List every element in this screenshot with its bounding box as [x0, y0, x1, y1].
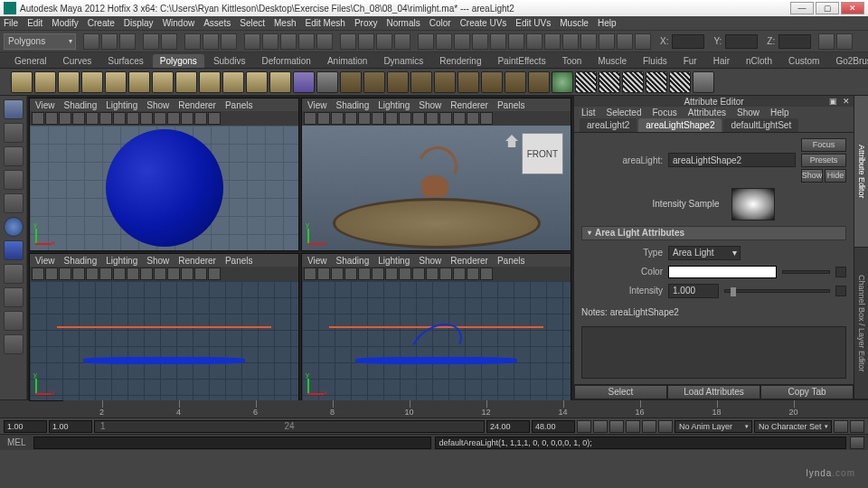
- vp-menu-shading[interactable]: Shading: [336, 256, 370, 266]
- rotate-tool-icon[interactable]: [4, 193, 24, 213]
- sidebar-toggle-icon[interactable]: [836, 33, 853, 50]
- poly-cylinder-icon[interactable]: [58, 71, 80, 93]
- extrude-icon[interactable]: [387, 71, 409, 93]
- vp-tool-icon[interactable]: [194, 112, 207, 125]
- layout-icon[interactable]: [562, 33, 579, 50]
- layout-four-icon[interactable]: [4, 334, 24, 354]
- command-input[interactable]: [33, 436, 431, 449]
- move-tool-icon[interactable]: [4, 170, 24, 190]
- render-settings-icon[interactable]: [394, 33, 410, 50]
- vp-tool-icon[interactable]: [467, 112, 479, 125]
- vp-tool-icon[interactable]: [140, 267, 153, 280]
- vp-tool-icon[interactable]: [154, 267, 166, 280]
- mode-selector[interactable]: Polygons: [4, 33, 76, 50]
- sidebar-toggle-icon[interactable]: [818, 33, 835, 50]
- anim-layer-dropdown[interactable]: No Anim Layer: [675, 420, 752, 433]
- viewport-front[interactable]: View Shading Lighting Show Renderer Pane…: [301, 253, 571, 401]
- vp-menu-lighting[interactable]: Lighting: [106, 100, 137, 110]
- menu-edit-mesh[interactable]: Edit Mesh: [305, 18, 344, 28]
- extract-icon[interactable]: [340, 71, 362, 93]
- select-button[interactable]: Select: [574, 385, 667, 399]
- redo-icon[interactable]: [161, 33, 177, 50]
- vp-menu-panels[interactable]: Panels: [497, 256, 525, 266]
- layout-icon[interactable]: [436, 33, 452, 50]
- vp-tool-icon[interactable]: [344, 267, 357, 280]
- layout-icon[interactable]: [418, 33, 434, 50]
- vp-tool-icon[interactable]: [344, 112, 357, 125]
- vp-menu-panels[interactable]: Panels: [497, 100, 525, 110]
- poly-cube-icon[interactable]: [34, 71, 56, 93]
- range-slider[interactable]: 1 24: [94, 420, 485, 433]
- shelf-tab-animation[interactable]: Animation: [320, 54, 374, 68]
- autokey-icon[interactable]: [834, 420, 848, 433]
- layout-icon[interactable]: [635, 33, 651, 50]
- select-hierarchy-icon[interactable]: [184, 33, 201, 50]
- vp-menu-shading[interactable]: Shading: [64, 256, 98, 266]
- menu-muscle[interactable]: Muscle: [560, 18, 589, 28]
- vp-tool-icon[interactable]: [99, 112, 112, 125]
- layout-icon[interactable]: [472, 33, 488, 50]
- vp-tool-icon[interactable]: [194, 267, 207, 280]
- vp-tool-icon[interactable]: [412, 267, 425, 280]
- vp-tool-icon[interactable]: [72, 267, 85, 280]
- shelf-tab-fluids[interactable]: Fluids: [636, 54, 675, 68]
- intensity-slider[interactable]: [724, 289, 830, 293]
- attr-menu-show[interactable]: Show: [737, 108, 760, 117]
- vp-menu-view[interactable]: View: [35, 256, 55, 266]
- menu-create[interactable]: Create: [88, 18, 115, 28]
- shelf-tab-muscle[interactable]: Muscle: [590, 54, 634, 68]
- vp-tool-icon[interactable]: [181, 112, 193, 125]
- uv-auto-icon[interactable]: [669, 71, 691, 93]
- vp-menu-show[interactable]: Show: [419, 256, 441, 266]
- vp-tool-icon[interactable]: [72, 112, 85, 125]
- vp-tool-icon[interactable]: [399, 112, 411, 125]
- poly-pipe-icon[interactable]: [199, 71, 221, 93]
- vp-tool-icon[interactable]: [453, 112, 466, 125]
- vp-menu-renderer[interactable]: Renderer: [178, 256, 216, 266]
- shelf-tab-curves[interactable]: Curves: [56, 54, 99, 68]
- select-object-icon[interactable]: [203, 33, 219, 50]
- close-panel-icon[interactable]: ✕: [843, 97, 850, 106]
- vp-menu-shading[interactable]: Shading: [336, 100, 370, 110]
- time-slider[interactable]: 2468101214161820: [0, 399, 868, 418]
- vp-tool-icon[interactable]: [467, 267, 479, 280]
- smooth-icon[interactable]: [528, 71, 550, 93]
- maximize-button[interactable]: ▢: [816, 2, 839, 14]
- attr-menu-list[interactable]: List: [581, 108, 596, 117]
- uv-checker-icon[interactable]: [575, 71, 597, 93]
- vp-tool-icon[interactable]: [127, 267, 139, 280]
- vp-menu-lighting[interactable]: Lighting: [378, 100, 410, 110]
- vp-tool-icon[interactable]: [480, 112, 493, 125]
- vp-menu-lighting[interactable]: Lighting: [378, 256, 410, 266]
- shelf-tab-dynamics[interactable]: Dynamics: [376, 54, 430, 68]
- layout-icon[interactable]: [580, 33, 597, 50]
- layout-icon[interactable]: [544, 33, 561, 50]
- layout-icon[interactable]: [526, 33, 542, 50]
- menu-color[interactable]: Color: [429, 18, 451, 28]
- viewcube[interactable]: FRONT: [522, 133, 563, 174]
- snap-grid-icon[interactable]: [244, 33, 260, 50]
- vp-menu-shading[interactable]: Shading: [64, 100, 98, 110]
- menu-select[interactable]: Select: [240, 18, 265, 28]
- snap-live-icon[interactable]: [316, 33, 333, 50]
- poly-cone-icon[interactable]: [81, 71, 103, 93]
- menu-display[interactable]: Display: [124, 18, 154, 28]
- vp-menu-view[interactable]: View: [35, 100, 55, 110]
- append-icon[interactable]: [434, 71, 456, 93]
- minimize-button[interactable]: —: [790, 2, 814, 14]
- poly-prism-icon[interactable]: [152, 71, 174, 93]
- step-back-icon[interactable]: [593, 420, 608, 433]
- shelf-tab-go2brush[interactable]: Go2Brush: [828, 54, 868, 68]
- vp-tool-icon[interactable]: [167, 112, 180, 125]
- sculpt-icon[interactable]: [552, 71, 573, 93]
- vp-tool-icon[interactable]: [399, 267, 411, 280]
- vp-tool-icon[interactable]: [358, 267, 371, 280]
- attr-menu-selected[interactable]: Selected: [607, 108, 642, 117]
- menu-proxy[interactable]: Proxy: [354, 18, 378, 28]
- poly-plane-icon[interactable]: [105, 71, 127, 93]
- snap-curve-icon[interactable]: [262, 33, 278, 50]
- menu-modify[interactable]: Modify: [52, 18, 78, 28]
- insert-loop-icon[interactable]: [458, 71, 479, 93]
- layout-icon[interactable]: [490, 33, 506, 50]
- last-tool-icon[interactable]: [4, 287, 24, 307]
